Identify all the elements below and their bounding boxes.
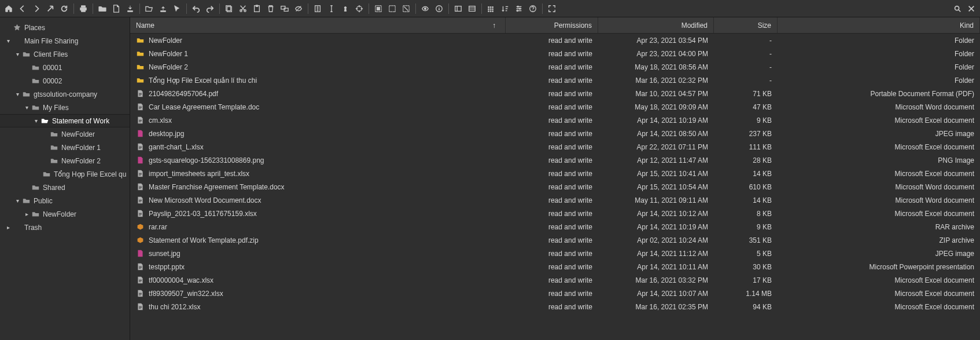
copy-icon[interactable] <box>223 2 235 15</box>
file-row[interactable]: tf89309507_win322.xlsxread and writeApr … <box>130 287 980 300</box>
upload-icon[interactable] <box>157 2 170 15</box>
file-size: - <box>714 36 778 45</box>
home-icon[interactable] <box>2 2 15 15</box>
caret-icon[interactable]: ▾ <box>23 104 30 111</box>
pointer-icon[interactable] <box>171 2 183 15</box>
chevron-right-icon[interactable] <box>30 2 43 15</box>
search-icon[interactable] <box>951 2 964 15</box>
select-all-icon[interactable] <box>372 2 385 15</box>
tree-item[interactable]: Shared <box>0 181 130 194</box>
tree-item[interactable]: NewFolder <box>0 127 130 141</box>
caret-icon[interactable]: ▸ <box>23 211 30 217</box>
file-size: 94 KB <box>714 303 778 311</box>
column-header-kind[interactable]: Kind <box>778 17 980 33</box>
layers-panel-icon[interactable] <box>466 2 478 15</box>
file-row[interactable]: testppt.pptxread and writeApr 14, 2021 1… <box>130 260 980 273</box>
caret-icon[interactable]: ▾ <box>14 198 21 204</box>
download-icon[interactable] <box>124 2 137 15</box>
new-folder-icon[interactable] <box>96 2 109 15</box>
tree-item[interactable]: 00002 <box>0 74 130 87</box>
text-cursor-icon[interactable] <box>325 2 338 15</box>
sort-az-icon[interactable] <box>499 2 511 15</box>
tree-item[interactable]: ▾Statement of Work <box>0 114 130 127</box>
tree-item[interactable]: ▾My Files <box>0 101 130 114</box>
column-header-name[interactable]: Name↑ <box>130 17 506 33</box>
screens-icon[interactable] <box>278 2 291 15</box>
file-row[interactable]: Payslip_2021-03_1617675159.xlsxread and … <box>130 207 980 220</box>
hide-icon[interactable] <box>292 2 305 15</box>
file-row[interactable]: gantt-chart_L.xlsxread and writeApr 22, … <box>130 140 980 153</box>
eye-icon[interactable] <box>419 2 432 15</box>
paste-icon[interactable] <box>250 2 263 15</box>
tree-item[interactable]: ▾Client Files <box>0 47 130 61</box>
chevron-left-icon[interactable] <box>16 2 29 15</box>
file-kind: Portable Document Format (PDF) <box>778 90 980 98</box>
caret-icon[interactable]: ▾ <box>14 91 21 97</box>
column-header-row: Name↑ Permissions Modified Size Kind <box>130 17 980 34</box>
column-header-size[interactable]: Size <box>714 17 778 33</box>
caret-icon[interactable]: ▾ <box>5 38 12 44</box>
file-row[interactable]: sunset.jpgread and writeApr 14, 2021 11:… <box>130 247 980 260</box>
new-file-icon[interactable] <box>110 2 123 15</box>
tree-item[interactable]: 00001 <box>0 61 130 74</box>
compress-icon[interactable] <box>311 2 324 15</box>
cut-icon[interactable] <box>237 2 249 15</box>
fullscreen-icon[interactable] <box>546 2 558 15</box>
refresh-icon[interactable] <box>58 2 71 15</box>
file-row[interactable]: import_timesheets april_test.xlsxread an… <box>130 167 980 180</box>
file-row[interactable]: gsts-squarelogo-1562331008869.pngread an… <box>130 153 980 167</box>
file-row[interactable]: Statement of Work Template.pdf.zipread a… <box>130 233 980 247</box>
tree-item[interactable]: Tổng Hợp File Excel qu <box>0 167 130 181</box>
sliders-icon[interactable] <box>513 2 525 15</box>
trash-icon[interactable] <box>264 2 277 15</box>
forward-up-icon[interactable] <box>44 2 57 15</box>
tree-item[interactable]: ▾Main File Sharing <box>0 34 130 47</box>
open-folder-icon[interactable] <box>143 2 156 15</box>
caret-icon[interactable]: ▸ <box>5 224 12 231</box>
file-row[interactable]: New Microsoft Word Document.docxread and… <box>130 193 980 207</box>
close-icon[interactable] <box>965 2 978 15</box>
tree-item[interactable]: NewFolder 1 <box>0 141 130 154</box>
caret-icon[interactable]: ▾ <box>14 51 21 57</box>
tree-item[interactable]: ▾Public <box>0 194 130 207</box>
file-row[interactable]: Master Franchise Agreement Template.docx… <box>130 180 980 193</box>
help-icon[interactable] <box>526 2 539 15</box>
info-icon[interactable] <box>433 2 445 15</box>
file-row[interactable]: rar.rarread and writeApr 14, 2021 10:19 … <box>130 220 980 233</box>
file-row[interactable]: desktop.jpgread and writeApr 14, 2021 08… <box>130 127 980 140</box>
file-row[interactable]: tf00000004_wac.xlsxread and writeMar 16,… <box>130 273 980 287</box>
file-row[interactable]: cm.xlsxread and writeApr 14, 2021 10:19 … <box>130 114 980 127</box>
keyhole-icon[interactable] <box>339 2 352 15</box>
tree-item[interactable]: NewFolder 2 <box>0 154 130 167</box>
tree-item[interactable]: ▸Trash <box>0 221 130 234</box>
file-size: - <box>714 50 778 58</box>
file-row[interactable]: Car Lease Agreement Template.docread and… <box>130 100 980 114</box>
deselect-icon[interactable] <box>400 2 412 15</box>
file-permissions: read and write <box>506 103 598 111</box>
file-row[interactable]: NewFolderread and writeApr 23, 2021 03:5… <box>130 34 980 47</box>
toolbar-separator <box>73 3 74 14</box>
tree-item[interactable]: ▸NewFolder <box>0 207 130 221</box>
file-permissions: read and write <box>506 183 598 191</box>
file-row[interactable]: thu chi 2012.xlsxread and writeMar 16, 2… <box>130 300 980 313</box>
file-modified: Mar 16, 2021 02:35 PM <box>598 303 714 311</box>
file-kind: RAR archive <box>778 223 980 231</box>
redo-icon[interactable] <box>204 2 216 15</box>
file-row[interactable]: NewFolder 1read and writeApr 23, 2021 04… <box>130 47 980 60</box>
file-row[interactable]: NewFolder 2read and writeMay 18, 2021 08… <box>130 60 980 74</box>
column-header-modified[interactable]: Modified <box>598 17 714 33</box>
tree-item[interactable]: Places <box>0 21 130 34</box>
file-name: gantt-chart_L.xlsx <box>149 143 506 151</box>
select-range-icon[interactable] <box>386 2 399 15</box>
panel-left-icon[interactable] <box>452 2 465 15</box>
print-icon[interactable] <box>77 2 90 15</box>
file-row[interactable]: 210498264957064.pdfread and writeMar 10,… <box>130 87 980 100</box>
undo-icon[interactable] <box>190 2 202 15</box>
file-row[interactable]: Tổng Hợp File Excel quản lí thu chiread … <box>130 74 980 87</box>
grid-icon[interactable] <box>485 2 498 15</box>
file-list[interactable]: NewFolderread and writeApr 23, 2021 03:5… <box>130 34 980 340</box>
tree-item[interactable]: ▾gtssolution-company <box>0 87 130 101</box>
column-header-permissions[interactable]: Permissions <box>506 17 598 33</box>
crosshair-icon[interactable] <box>353 2 366 15</box>
caret-icon[interactable]: ▾ <box>32 118 39 124</box>
